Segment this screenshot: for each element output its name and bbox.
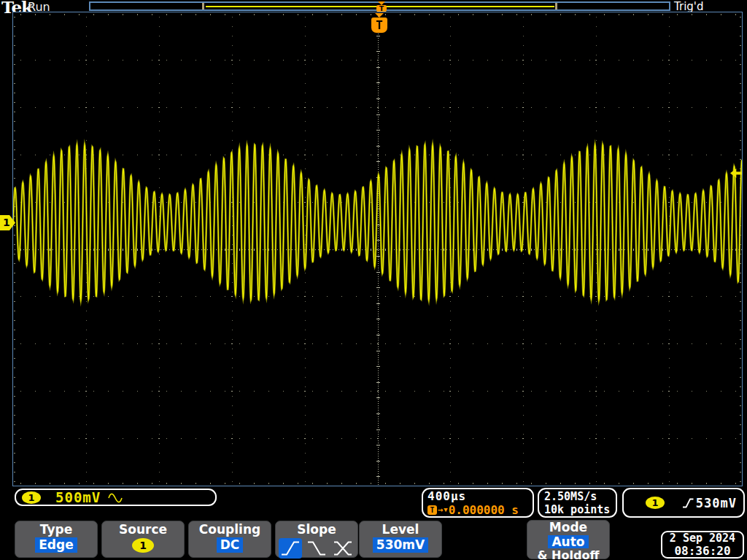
type-label: Type (15, 521, 97, 537)
rising-edge-icon (682, 497, 694, 509)
mode-label: Mode (527, 521, 609, 534)
trigger-position-value: 0.000000 s (449, 503, 519, 517)
sample-rate: 2.50MS/s (544, 490, 616, 503)
slope-falling-option[interactable] (305, 538, 328, 559)
waveform-canvas (13, 12, 742, 486)
rising-slope-icon (280, 539, 301, 558)
type-value: Edge (35, 537, 77, 553)
record-view-bar: T (89, 1, 670, 11)
coupling-value: DC (217, 537, 244, 553)
date-value: 2 Sep 2024 (662, 532, 743, 545)
pointer-down-icon: ▼ (444, 506, 447, 513)
level-button[interactable]: Level 530mV (359, 521, 442, 558)
trigger-position-marker-icon: T (371, 13, 388, 33)
mode-button[interactable]: Mode Auto & Holdoff (527, 520, 610, 559)
trigger-position-readout: T → ▼ 0.000000 s (427, 503, 533, 516)
oscilloscope-screen: Tek Run Trig'd T T 1 1 500mV 400µs T → ▼… (0, 0, 747, 560)
record-trigger-marker-icon: T (375, 1, 388, 12)
slope-rising-option[interactable] (279, 538, 302, 559)
datetime-box: 2 Sep 2024 08:36:20 (661, 531, 744, 559)
coupling-label: Coupling (189, 521, 271, 537)
horizontal-readout: 400µs T → ▼ 0.000000 s (422, 488, 534, 518)
trigger-source-badge: 1 (646, 497, 665, 509)
window-right-bracket (555, 3, 557, 9)
source-channel-badge: 1 (132, 538, 154, 553)
window-left-bracket (202, 3, 204, 9)
channel1-scale: 500mV (55, 489, 101, 505)
graticule (12, 12, 743, 486)
time-per-div: 400µs (427, 490, 533, 503)
trigger-t-icon: T (427, 505, 437, 515)
time-value: 08:36:20 (662, 545, 743, 557)
record-length: 10k points (544, 503, 616, 516)
mode-value: Auto (548, 535, 588, 548)
source-button[interactable]: Source 1 (101, 521, 185, 558)
slope-button[interactable]: Slope (275, 521, 358, 558)
level-value: 530mV (373, 537, 428, 553)
channel1-readout: 1 500mV (15, 489, 217, 506)
type-button[interactable]: Type Edge (15, 521, 98, 558)
falling-slope-icon (306, 539, 327, 558)
acquisition-readout: 2.50MS/s 10k points (538, 488, 617, 518)
level-label: Level (360, 521, 441, 537)
trigger-level-value: 530mV (696, 496, 737, 510)
mode-holdoff-label: & Holdoff (527, 549, 609, 560)
slope-either-option[interactable] (331, 538, 355, 559)
arrow-right-icon: → (438, 505, 443, 515)
coupling-button[interactable]: Coupling DC (188, 521, 271, 558)
either-slope-icon (333, 539, 353, 558)
ac-sine-icon (108, 493, 123, 503)
channel1-badge: 1 (22, 491, 41, 504)
slope-label: Slope (276, 521, 357, 537)
source-label: Source (102, 521, 184, 537)
trigger-readout: 1 530mV (622, 488, 745, 518)
